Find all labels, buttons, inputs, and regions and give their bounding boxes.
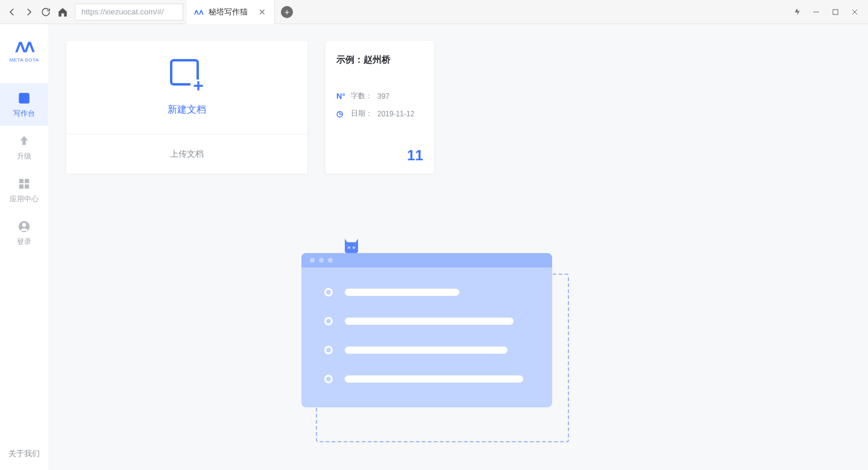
browser-tab[interactable]: ᴧᴧ 秘塔写作猫 ✕ [187,0,275,24]
new-document-card: + 新建文档 上传文档 [66,41,307,174]
edit-icon [17,92,31,105]
sidebar-item-apps[interactable]: 应用中心 [0,169,48,212]
app-root: ᴧᴧ META SOTA 写作台 升级 应用中心 登录 [0,24,868,470]
cards-row: + 新建文档 上传文档 示例：赵州桥 N° 字数：397 ◷ 日期：2019-1… [66,41,850,174]
browser-toolbar: https://xiezuocat.com/#/ ᴧᴧ 秘塔写作猫 ✕ + [0,0,868,24]
svg-rect-3 [25,179,29,183]
sidebar-item-label: 登录 [17,237,31,247]
nav-reload-button[interactable] [37,4,54,20]
date-value: 2019-11-12 [377,110,414,118]
word-count-value: 397 [377,92,389,101]
app-logo[interactable]: ᴧᴧ META SOTA [6,35,42,63]
upgrade-icon [17,134,31,148]
document-title: 示例：赵州桥 [336,54,423,66]
tab-close-button[interactable]: ✕ [259,7,266,17]
svg-rect-4 [19,184,24,189]
nav-back-button[interactable] [4,4,20,20]
window-close-button[interactable] [845,4,864,20]
sidebar-item-upgrade[interactable]: 升级 [0,126,48,169]
upload-document-button[interactable]: 上传文档 [66,134,307,174]
logo-mark-icon: ᴧᴧ [6,35,42,56]
sidebar-item-login[interactable]: 登录 [0,212,48,254]
word-count-label: 字数： [351,91,373,101]
svg-point-9 [353,246,355,249]
new-document-icon: + [170,59,204,93]
sidebar: ᴧᴧ META SOTA 写作台 升级 应用中心 登录 [0,24,48,470]
svg-point-8 [348,246,350,249]
apps-icon [17,177,31,190]
window-minimize-button[interactable] [807,4,826,20]
main-content: + 新建文档 上传文档 示例：赵州桥 N° 字数：397 ◷ 日期：2019-1… [48,24,868,470]
illustration-titlebar [301,253,552,268]
upload-document-label: 上传文档 [170,149,204,160]
date-label: 日期： [351,108,373,119]
user-icon [17,220,31,233]
sidebar-item-writing-desk[interactable]: 写作台 [0,83,48,126]
clock-icon: ◷ [336,109,346,118]
svg-rect-5 [25,184,29,189]
create-document-label: 新建文档 [168,104,206,116]
sidebar-item-label: 写作台 [13,108,35,119]
nav-forward-button[interactable] [20,4,37,20]
document-card[interactable]: 示例：赵州桥 N° 字数：397 ◷ 日期：2019-11-12 11 [326,41,434,174]
word-count-icon: N° [336,92,346,101]
svg-rect-0 [833,9,838,14]
window-maximize-button[interactable] [826,4,845,20]
nav-home-button[interactable] [54,4,71,20]
tab-title: 秘塔写作猫 [209,7,248,17]
word-count-row: N° 字数：397 [336,91,423,101]
url-text: https://xiezuocat.com/#/ [81,7,164,16]
issue-count: 11 [336,147,423,164]
date-row: ◷ 日期：2019-11-12 [336,108,423,119]
logo-text: META SOTA [6,57,42,63]
sidebar-about-link[interactable]: 关于我们 [8,448,40,470]
sidebar-item-label: 升级 [17,151,31,161]
about-label: 关于我们 [8,449,40,458]
new-tab-button[interactable]: + [281,6,293,18]
illustration-window [301,253,552,407]
svg-rect-2 [19,179,24,183]
sidebar-item-label: 应用中心 [10,194,39,204]
svg-point-7 [22,223,26,227]
empty-state-illustration [301,253,591,407]
pin-button[interactable] [787,4,807,20]
url-input[interactable]: https://xiezuocat.com/#/ [75,4,183,20]
create-document-button[interactable]: + 新建文档 [66,41,307,134]
tab-favicon-icon: ᴧᴧ [194,7,204,16]
